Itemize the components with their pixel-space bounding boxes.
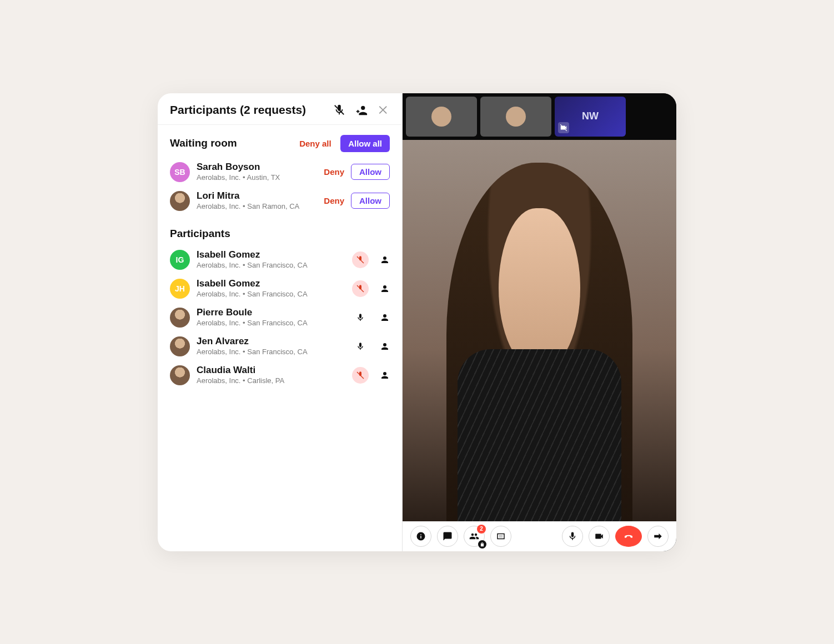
- participant-options-icon[interactable]: [380, 284, 390, 294]
- waiting-room-title: Waiting room: [170, 137, 237, 149]
- deny-button[interactable]: Deny: [324, 196, 344, 205]
- participants-section-title: Participants: [170, 228, 230, 240]
- dialpad-button[interactable]: [490, 526, 511, 547]
- mic-muted-icon[interactable]: [352, 367, 369, 384]
- participants-body: Waiting room Deny all Allow all SBSarah …: [158, 125, 402, 398]
- waiting-room-item: SBSarah BoysonAerolabs, Inc. • Austin, T…: [170, 158, 390, 187]
- add-participant-icon[interactable]: [355, 104, 368, 116]
- avatar: IG: [170, 250, 190, 270]
- deny-all-button[interactable]: Deny all: [299, 139, 331, 148]
- participants-title: Participants (2 requests): [170, 103, 306, 117]
- participant-subtitle: Aerolabs, Inc. • Austin, TX: [197, 173, 317, 182]
- video-call-app: Participants (2 requests) Wai: [158, 93, 676, 551]
- participant-subtitle: Aerolabs, Inc. • San Francisco, CA: [197, 261, 345, 269]
- end-call-button[interactable]: [615, 526, 642, 547]
- mute-all-icon[interactable]: [333, 104, 345, 116]
- allow-button[interactable]: Allow: [351, 164, 390, 180]
- allow-button[interactable]: Allow: [351, 193, 390, 209]
- avatar: JH: [170, 279, 190, 299]
- deny-button[interactable]: Deny: [324, 167, 344, 177]
- participant-item: Pierre BouleAerolabs, Inc. • San Francis…: [170, 303, 390, 332]
- info-button[interactable]: [410, 526, 431, 547]
- waiting-room-item: Lori MitraAerolabs, Inc. • San Ramon, CA…: [170, 187, 390, 215]
- participants-button[interactable]: 2: [464, 526, 485, 547]
- avatar: [170, 308, 190, 328]
- participant-subtitle: Aerolabs, Inc. • San Ramon, CA: [197, 202, 317, 210]
- thumbnail-strip: NW: [403, 93, 676, 140]
- avatar: [170, 336, 190, 356]
- lock-icon: [478, 540, 486, 549]
- avatar: SB: [170, 162, 190, 182]
- participants-panel: Participants (2 requests) Wai: [158, 93, 403, 551]
- participant-options-icon[interactable]: [380, 313, 390, 323]
- participant-item: IGIsabell GomezAerolabs, Inc. • San Fran…: [170, 245, 390, 274]
- allow-all-button[interactable]: Allow all: [340, 135, 390, 152]
- participant-options-icon[interactable]: [380, 341, 390, 351]
- share-button[interactable]: [647, 526, 669, 547]
- participant-subtitle: Aerolabs, Inc. • San Francisco, CA: [197, 348, 345, 356]
- thumbnail-initials: NW: [582, 110, 599, 122]
- close-icon[interactable]: [378, 104, 390, 116]
- participant-options-icon[interactable]: [380, 255, 390, 265]
- waiting-room-section: Waiting room Deny all Allow all SBSarah …: [170, 135, 390, 215]
- participant-subtitle: Aerolabs, Inc. • San Francisco, CA: [197, 319, 345, 327]
- avatar: [170, 191, 190, 211]
- camera-off-icon: [558, 122, 569, 133]
- participant-name: Jen Alvarez: [197, 336, 345, 347]
- participant-name: Pierre Boule: [197, 308, 345, 318]
- mic-on-icon[interactable]: [352, 309, 369, 326]
- participant-options-icon[interactable]: [380, 370, 390, 380]
- mic-muted-icon[interactable]: [352, 280, 369, 297]
- participant-item: Claudia WaltiAerolabs, Inc. • Carlisle, …: [170, 361, 390, 390]
- participant-name: Lori Mitra: [197, 191, 317, 202]
- participant-name: Isabell Gomez: [197, 250, 345, 260]
- avatar: [170, 365, 190, 385]
- camera-button[interactable]: [589, 526, 610, 547]
- mic-muted-icon[interactable]: [352, 251, 369, 268]
- participant-item: JHIsabell GomezAerolabs, Inc. • San Fran…: [170, 274, 390, 303]
- chat-button[interactable]: [437, 526, 458, 547]
- participant-name: Claudia Walti: [197, 365, 345, 376]
- participants-section: Participants IGIsabell GomezAerolabs, In…: [170, 228, 390, 390]
- participant-name: Isabell Gomez: [197, 279, 345, 289]
- participants-badge: 2: [477, 525, 486, 534]
- video-thumbnail[interactable]: [480, 97, 551, 137]
- participants-header-actions: [333, 104, 390, 116]
- participant-name: Sarah Boyson: [197, 162, 317, 173]
- call-toolbar: 2: [403, 521, 676, 551]
- main-video[interactable]: [403, 140, 676, 521]
- video-thumbnail-nw[interactable]: NW: [555, 97, 626, 137]
- participant-item: Jen AlvarezAerolabs, Inc. • San Francisc…: [170, 332, 390, 361]
- mic-on-icon[interactable]: [352, 338, 369, 355]
- video-pane: NW: [403, 93, 676, 551]
- participants-header: Participants (2 requests): [158, 93, 402, 125]
- participant-subtitle: Aerolabs, Inc. • San Francisco, CA: [197, 290, 345, 298]
- mic-button[interactable]: [562, 526, 583, 547]
- participant-subtitle: Aerolabs, Inc. • Carlisle, PA: [197, 376, 345, 385]
- video-thumbnail[interactable]: [406, 97, 477, 137]
